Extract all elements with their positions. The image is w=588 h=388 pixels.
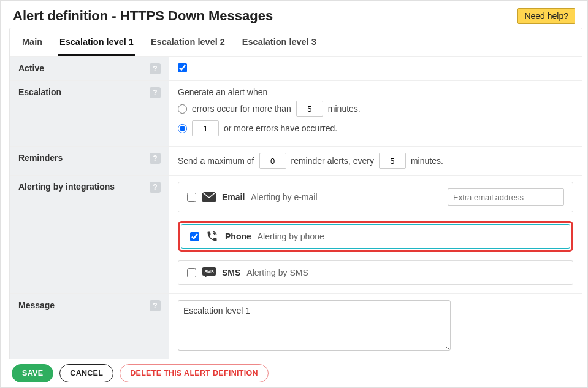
row-escalation: Escalation ? Generate an alert when erro… (10, 80, 582, 146)
svg-marker-2 (205, 275, 208, 278)
tab-main[interactable]: Main (21, 28, 44, 56)
cancel-button[interactable]: CANCEL (59, 364, 113, 382)
tab-escalation-3[interactable]: Escalation level 3 (241, 28, 318, 56)
label-text-integrations: Alerting by integrations (18, 182, 115, 192)
tab-escalation-1[interactable]: Escalation level 1 (58, 28, 135, 56)
delete-button[interactable]: DELETE THIS ALERT DEFINITION (120, 364, 269, 382)
help-icon[interactable]: ? (150, 153, 161, 164)
help-icon[interactable]: ? (150, 182, 161, 193)
label-text-reminders: Reminders (18, 153, 63, 163)
help-icon[interactable]: ? (150, 87, 161, 98)
help-icon[interactable]: ? (150, 300, 161, 311)
phone-icon (205, 231, 219, 242)
integration-sms-desc: Alerting by SMS (246, 268, 308, 277)
tab-escalation-2[interactable]: Escalation level 2 (150, 28, 226, 56)
help-icon[interactable]: ? (150, 63, 161, 74)
integration-email[interactable]: Email Alerting by e-mail (178, 182, 573, 212)
escalation-duration-input[interactable] (296, 101, 323, 117)
escalation-radio-duration[interactable] (178, 104, 187, 114)
row-label-message: Message ? (10, 294, 169, 359)
scroll-area[interactable]: Main Escalation level 1 Escalation level… (9, 28, 582, 359)
row-label-active: Active ? (10, 57, 169, 80)
row-message: Message ? (10, 293, 582, 359)
escalation-opt1-pre: errors occur for more than (192, 104, 291, 114)
integration-email-name: Email (222, 192, 245, 202)
reminders-max-input[interactable] (259, 153, 286, 169)
message-textarea[interactable] (178, 300, 451, 351)
svg-text:SMS: SMS (204, 270, 214, 274)
escalation-count-input[interactable] (192, 120, 219, 136)
row-content-active (169, 57, 582, 80)
sms-icon: SMS (202, 267, 216, 278)
row-label-reminders: Reminders ? (10, 147, 169, 175)
integration-sms[interactable]: SMS SMS Alerting by SMS (178, 260, 573, 285)
row-label-integrations: Alerting by integrations ? (10, 176, 169, 293)
integration-sms-checkbox[interactable] (187, 268, 196, 277)
row-content-message (169, 294, 582, 359)
active-checkbox[interactable] (178, 63, 187, 72)
escalation-opt2-post: or more errors have occurred. (224, 123, 337, 133)
integration-email-checkbox[interactable] (187, 193, 196, 202)
page-root: Alert definition - HTTPS Down Messages N… (0, 0, 588, 388)
reminders-post: minutes. (411, 156, 443, 166)
reminders-every-input[interactable] (379, 153, 406, 169)
row-integrations: Alerting by integrations ? Email Alertin… (10, 175, 582, 293)
row-content-escalation: Generate an alert when errors occur for … (169, 81, 582, 146)
integration-email-desc: Alerting by e-mail (251, 192, 317, 202)
integration-phone-highlight: Phone Alerting by phone (178, 221, 573, 252)
row-active: Active ? (10, 56, 582, 80)
integration-phone[interactable]: Phone Alerting by phone (181, 224, 570, 249)
reminders-mid: reminder alerts, every (291, 156, 374, 166)
row-content-integrations: Email Alerting by e-mail Phone Alerting … (169, 176, 582, 293)
label-text-message: Message (18, 300, 55, 310)
integration-phone-desc: Alerting by phone (258, 231, 324, 241)
escalation-radio-count[interactable] (178, 124, 187, 133)
row-content-reminders: Send a maximum of reminder alerts, every… (169, 147, 582, 175)
escalation-option-duration: errors occur for more than minutes. (178, 101, 573, 117)
escalation-intro: Generate an alert when (178, 87, 573, 97)
integration-phone-checkbox[interactable] (190, 232, 199, 241)
reminders-line: Send a maximum of reminder alerts, every… (178, 153, 573, 169)
row-reminders: Reminders ? Send a maximum of reminder a… (10, 146, 582, 175)
escalation-option-count: or more errors have occurred. (178, 120, 573, 136)
footer-bar: SAVE CANCEL DELETE THIS ALERT DEFINITION (1, 359, 587, 387)
tabs-bar: Main Escalation level 1 Escalation level… (10, 28, 582, 56)
integration-sms-name: SMS (222, 268, 240, 277)
integration-phone-name: Phone (225, 231, 251, 241)
need-help-button[interactable]: Need help? (517, 8, 575, 24)
label-text-active: Active (18, 63, 44, 73)
page-title: Alert definition - HTTPS Down Messages (13, 8, 273, 24)
email-icon (202, 192, 216, 203)
extra-email-input[interactable] (448, 188, 564, 206)
form-card: Main Escalation level 1 Escalation level… (9, 28, 582, 359)
label-text-escalation: Escalation (18, 87, 61, 97)
reminders-pre: Send a maximum of (178, 156, 254, 166)
page-header: Alert definition - HTTPS Down Messages N… (1, 1, 587, 28)
escalation-opt1-post: minutes. (328, 104, 361, 114)
save-button[interactable]: SAVE (12, 364, 53, 382)
row-label-escalation: Escalation ? (10, 81, 169, 146)
